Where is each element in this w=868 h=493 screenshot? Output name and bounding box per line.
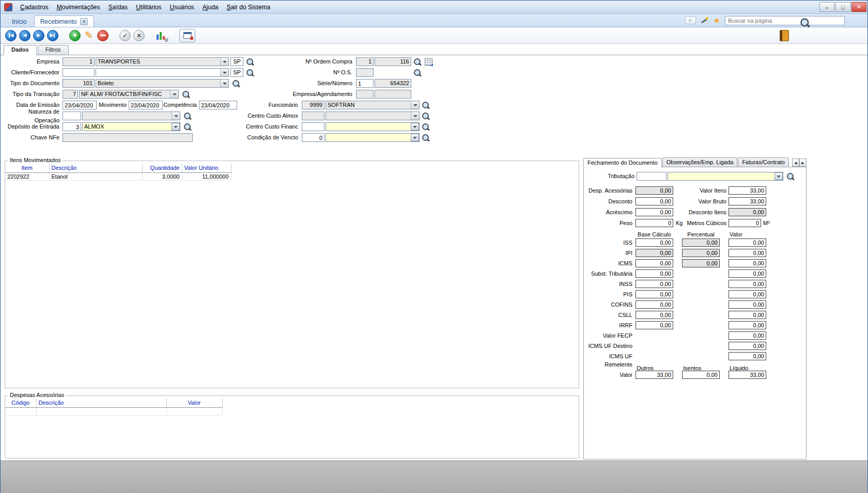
condicao-vencto-code-field[interactable]	[302, 133, 324, 142]
tab-scroll-right-icon[interactable]: ▶	[799, 158, 807, 167]
icms-uf-destino-valor-field[interactable]: 0,00	[729, 342, 766, 350]
movimento-field[interactable]	[129, 101, 163, 109]
tab-inicio[interactable]: Início	[6, 15, 33, 27]
add-record-button[interactable]: +	[69, 30, 81, 41]
menu-sair[interactable]: Sair do Sistema	[223, 2, 275, 12]
fecp-valor-field[interactable]: 0,00	[729, 331, 766, 340]
competencia-field[interactable]	[199, 101, 237, 109]
cofins-valor-field[interactable]: 0,00	[729, 300, 766, 309]
tributacao-lookup-icon[interactable]	[786, 172, 795, 181]
iss-valor-field[interactable]: 0,00	[729, 238, 766, 247]
despesa-empty-row[interactable]	[5, 407, 222, 415]
centro-custo-almox-lookup-icon[interactable]	[422, 112, 430, 120]
serie-field[interactable]	[356, 79, 374, 88]
menu-movimentacoes[interactable]: Movimentações	[53, 2, 104, 12]
os-lookup-icon[interactable]	[413, 69, 422, 77]
funcionario-lookup-icon[interactable]	[422, 101, 430, 109]
column-item[interactable]: Item	[5, 164, 49, 172]
confirm-button[interactable]: ✓	[119, 30, 131, 41]
icms-valor-field[interactable]: 0,00	[729, 259, 766, 267]
centro-custo-financ-combo[interactable]	[326, 122, 420, 131]
tipo-transacao-lookup-icon[interactable]	[182, 90, 190, 99]
csll-base-field[interactable]: 0,00	[636, 311, 673, 319]
chevron-down-icon[interactable]	[411, 134, 419, 141]
subst-valor-field[interactable]: 0,00	[729, 269, 766, 278]
star-icon[interactable]: ★	[714, 16, 720, 25]
column-valor-unitario[interactable]: Valor Unitário	[182, 164, 231, 172]
minimize-button[interactable]: –	[819, 2, 834, 12]
chevron-down-icon[interactable]	[170, 90, 178, 98]
search-input[interactable]	[725, 16, 845, 25]
wand-icon[interactable]	[701, 17, 709, 24]
chevron-down-icon[interactable]	[411, 101, 419, 109]
chart-button[interactable]: ⚙	[155, 29, 168, 41]
chevron-down-icon[interactable]	[172, 123, 180, 131]
cliente-uf-field[interactable]: SP	[230, 68, 243, 77]
cancel-button[interactable]: ✕	[133, 30, 145, 41]
column-quantidade[interactable]: Quantidade	[142, 164, 182, 172]
iss-base-field[interactable]: 0,00	[636, 238, 673, 247]
menu-ajuda[interactable]: Ajuda	[198, 2, 223, 12]
tab-faturas[interactable]: Faturas/Contrato	[738, 157, 789, 167]
cofins-base-field[interactable]: 0,00	[636, 300, 673, 309]
menu-utilitarios[interactable]: Utilitários	[132, 2, 165, 12]
inss-base-field[interactable]: 0,00	[636, 280, 673, 288]
csll-valor-field[interactable]: 0,00	[729, 311, 766, 319]
delete-record-button[interactable]	[97, 30, 109, 41]
deposito-lookup-icon[interactable]	[183, 123, 192, 131]
deposito-code-field[interactable]	[63, 122, 81, 131]
edit-record-button[interactable]: ✎	[83, 30, 95, 40]
tab-close-icon[interactable]: ✕	[80, 18, 88, 25]
cliente-code-field[interactable]	[63, 68, 95, 77]
exit-icon[interactable]	[780, 30, 789, 41]
tributacao-combo[interactable]	[668, 172, 783, 181]
menu-cadastros[interactable]: Cadastros	[16, 2, 53, 12]
first-record-button[interactable]: ◀	[5, 30, 17, 41]
cliente-combo[interactable]	[96, 68, 229, 77]
ordem-compra-itens-icon[interactable]	[425, 58, 432, 66]
item-table-row[interactable]: 2202922 Etanol 3,0000 11,000000	[5, 172, 231, 180]
irrf-base-field[interactable]: 0,00	[636, 321, 673, 329]
irrf-valor-field[interactable]: 0,00	[729, 321, 766, 329]
maximize-button[interactable]: □	[835, 2, 850, 12]
chevron-down-icon[interactable]	[220, 58, 228, 66]
next-record-button[interactable]: ▶	[33, 30, 44, 41]
last-record-button[interactable]: ▶	[47, 30, 58, 41]
tab-observacoes[interactable]: Observações/Emp. Ligada	[662, 157, 738, 167]
chevron-down-icon[interactable]	[220, 69, 228, 76]
column-codigo[interactable]: Código	[5, 399, 36, 407]
metros-cubicos-field[interactable]: 0	[729, 219, 761, 227]
tributacao-code-field[interactable]	[637, 172, 667, 181]
chevron-down-icon[interactable]	[220, 79, 228, 87]
tab-recebimento[interactable]: Recebimento ✕	[34, 15, 95, 27]
natureza-code-field[interactable]	[63, 112, 81, 120]
subst-base-field[interactable]: 0,00	[636, 269, 673, 278]
empresa-uf-field[interactable]: SP	[230, 57, 243, 66]
chevron-down-icon[interactable]	[411, 112, 419, 120]
tab-dados[interactable]: Dados	[4, 45, 37, 55]
data-emissao-field[interactable]	[63, 101, 97, 109]
centro-custo-financ-lookup-icon[interactable]	[422, 123, 430, 131]
pis-base-field[interactable]: 0,00	[636, 290, 673, 298]
tab-scroll-left-icon[interactable]: ◀	[792, 158, 799, 167]
icms-base-field[interactable]: 0,00	[636, 259, 673, 267]
condicao-vencto-lookup-icon[interactable]	[422, 134, 430, 142]
close-button[interactable]: ✕	[851, 2, 866, 12]
condicao-vencto-combo[interactable]	[326, 133, 420, 142]
pis-valor-field[interactable]: 0,00	[729, 290, 766, 298]
menu-usuarios[interactable]: Usuários	[165, 2, 198, 12]
ordem-compra-lookup-icon[interactable]	[413, 58, 422, 66]
document-form-button[interactable]	[179, 29, 195, 42]
column-despesa-descricao[interactable]: Descrição	[36, 399, 166, 407]
natureza-lookup-icon[interactable]	[183, 112, 192, 120]
deposito-combo[interactable]: ALMOX	[82, 122, 180, 131]
ipi-valor-field[interactable]: 0,00	[729, 249, 766, 257]
inss-valor-field[interactable]: 0,00	[729, 280, 766, 288]
icms-uf-remetente-valor-field[interactable]: 0,00	[729, 352, 766, 360]
column-despesa-valor[interactable]: Valor	[166, 399, 222, 407]
tab-fechamento[interactable]: Fechamento do Documento	[583, 158, 662, 168]
chevron-down-icon[interactable]	[774, 172, 783, 180]
chevron-down-icon[interactable]	[172, 112, 180, 120]
prev-record-button[interactable]: ◀	[19, 30, 30, 41]
tipo-documento-lookup-icon[interactable]	[232, 79, 240, 88]
